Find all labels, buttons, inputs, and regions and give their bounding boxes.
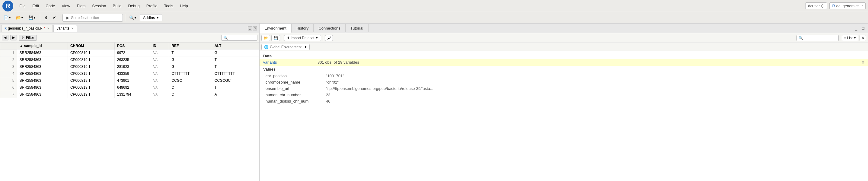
env-human-diploid-chr-num-value: 46: [326, 99, 330, 103]
cell-chrom: CP000819.1: [68, 84, 114, 91]
cell-chrom: CP000819.1: [68, 70, 114, 77]
env-brush-button[interactable]: 🖌: [325, 35, 333, 41]
tab-connections[interactable]: Connections: [314, 24, 345, 32]
env-grid-icon[interactable]: ⊞: [862, 60, 864, 64]
tab-modified-indicator: *: [44, 26, 45, 30]
tab-tutorial[interactable]: Tutorial: [346, 24, 369, 32]
import-dropdown-icon: ▼: [315, 36, 318, 39]
env-open-icon: 📂: [264, 36, 268, 40]
menu-plots[interactable]: Plots: [74, 2, 88, 9]
list-dropdown-icon: ▼: [854, 36, 856, 39]
env-chromosome-name-value: "chr02": [326, 80, 339, 85]
cell-id: NA: [150, 63, 169, 70]
col-id[interactable]: ID: [150, 42, 169, 50]
row-number: 4: [0, 70, 17, 77]
tab-history[interactable]: History: [291, 24, 314, 32]
menu-view[interactable]: View: [59, 2, 73, 9]
save-dropdown-icon: ▼: [33, 16, 36, 19]
cell-id: NA: [150, 91, 169, 98]
col-sample-id[interactable]: ▲ sample_id: [17, 42, 68, 50]
nav-forward-button[interactable]: ▶: [10, 35, 17, 40]
right-maximize-button[interactable]: □: [860, 25, 866, 31]
table-header: ▲ sample_id CHROM POS ID R: [0, 42, 259, 50]
import-label: Import Dataset: [291, 36, 314, 40]
open-file-button[interactable]: 📂 ▼: [14, 14, 25, 21]
cell-alt: T: [212, 56, 259, 63]
table-row[interactable]: 3SRR2584863CP000819.1281923NAGT: [0, 63, 259, 70]
env-save-button[interactable]: 💾: [271, 35, 280, 41]
env-search-icon: 🔍: [799, 36, 803, 40]
filter-label: Filter: [26, 36, 34, 40]
print-icon: 🖨: [44, 16, 48, 20]
right-tab-actions: _ □: [853, 25, 868, 31]
table-row[interactable]: 7SRR2584863CP000819.11331794NACA: [0, 91, 259, 98]
env-chr-position-name: chr_position: [266, 73, 326, 78]
editor-maximize-button[interactable]: □: [253, 26, 257, 30]
table-row[interactable]: 2SRR2584863CP000819.1263235NAGT: [0, 56, 259, 63]
menu-build[interactable]: Build: [110, 2, 125, 9]
list-view-button[interactable]: ≡ List ▼: [842, 35, 858, 41]
user-button[interactable]: dcuser ⬡: [805, 2, 827, 9]
cell-ref: T: [169, 50, 212, 56]
menubar: R File Edit Code View Plots Session Buil…: [0, 0, 868, 12]
env-human-diploid-chr-num-name: human_diploid_chr_num: [266, 99, 326, 103]
col-pos[interactable]: POS: [114, 42, 150, 50]
cell-ref: G: [169, 56, 212, 63]
table-row[interactable]: 6SRR2584863CP000819.1648692NACT: [0, 84, 259, 91]
menu-help[interactable]: Help: [177, 2, 191, 9]
right-panel: Environment History Connections Tutorial…: [259, 24, 868, 181]
col-chrom[interactable]: CHROM: [68, 42, 114, 50]
refresh-button[interactable]: ↻: [860, 35, 866, 41]
env-open-button[interactable]: 📂: [261, 35, 270, 41]
tab-genomics-r-basics[interactable]: R genomics_r_basics.R * ✕: [1, 25, 53, 32]
cell-alt: CTTTTTTTT: [212, 70, 259, 77]
cell-chrom: CP000819.1: [68, 77, 114, 84]
menu-debug[interactable]: Debug: [125, 2, 143, 9]
cell-alt: A: [212, 91, 259, 98]
global-env-dropdown-icon: ▼: [304, 45, 307, 49]
import-dataset-button[interactable]: ⬆ Import Dataset ▼: [284, 35, 321, 41]
cell-pos: 263235: [114, 56, 150, 63]
menu-edit[interactable]: Edit: [29, 2, 42, 9]
table-row[interactable]: 1SRR2584863CP000819.19972NATG: [0, 50, 259, 56]
menu-session[interactable]: Session: [89, 2, 109, 9]
filter-button[interactable]: ⫸ Filter: [19, 35, 37, 41]
goto-file-box[interactable]: ▶ Go to file/function: [62, 14, 123, 22]
menu-profile[interactable]: Profile: [143, 2, 161, 9]
workspace-button[interactable]: R dc_genomics_r: [829, 2, 866, 9]
col-ref[interactable]: REF: [169, 42, 212, 50]
table-row[interactable]: 5SRR2584863CP000819.1473901NACCGCCCGCGC: [0, 77, 259, 84]
col-alt[interactable]: ALT: [212, 42, 259, 50]
right-minimize-button[interactable]: _: [853, 25, 859, 31]
menu-tools[interactable]: Tools: [161, 2, 176, 9]
save-button[interactable]: 💾 ▼: [27, 14, 38, 21]
col-rownum: [0, 42, 17, 50]
table-row[interactable]: 4SRR2584863CP000819.1433359NACTTTTTTTCTT…: [0, 70, 259, 77]
tab-genomics-close[interactable]: ✕: [47, 27, 50, 30]
workspace-label: dc_genomics_r: [836, 4, 863, 8]
tab-variants-close[interactable]: ✕: [71, 27, 74, 30]
menu-code[interactable]: Code: [42, 2, 58, 9]
print-button[interactable]: 🖨: [42, 14, 50, 21]
env-human-chr-number-value: 23: [326, 93, 330, 97]
nav-back-button[interactable]: ◀: [2, 35, 8, 40]
table-search-box[interactable]: 🔍: [221, 35, 257, 41]
env-variants-name: variants: [263, 60, 317, 65]
addins-button[interactable]: Addins ▼: [140, 14, 163, 21]
env-row-variants[interactable]: variants 801 obs. of 29 variables ⊞: [259, 59, 868, 66]
check-button[interactable]: ✔: [51, 14, 58, 21]
toolbar: 📄 ▼ 📂 ▼ 💾 ▼ 🖨 ✔ ▶ Go to file/function 🔍 …: [0, 12, 868, 24]
menu-file[interactable]: File: [16, 2, 29, 9]
env-search-box[interactable]: 🔍: [797, 35, 839, 41]
new-file-dropdown-icon: ▼: [8, 16, 11, 19]
global-env-selector[interactable]: 🌐 Global Environment ▼: [261, 44, 310, 50]
cell-chrom: CP000819.1: [68, 50, 114, 56]
env-ensemble-url-value: "ftp://ftp.ensemblgenomes.org/pub/bacter…: [326, 86, 433, 91]
find-button[interactable]: 🔍 ▼: [127, 14, 138, 21]
globe-icon: 🌐: [264, 45, 269, 49]
new-file-button[interactable]: 📄 ▼: [2, 14, 13, 21]
tab-variants[interactable]: variants ✕: [54, 25, 77, 32]
editor-minimize-button[interactable]: _: [248, 26, 252, 30]
toolbar-separator-1: [40, 14, 40, 22]
tab-environment[interactable]: Environment: [259, 24, 291, 33]
